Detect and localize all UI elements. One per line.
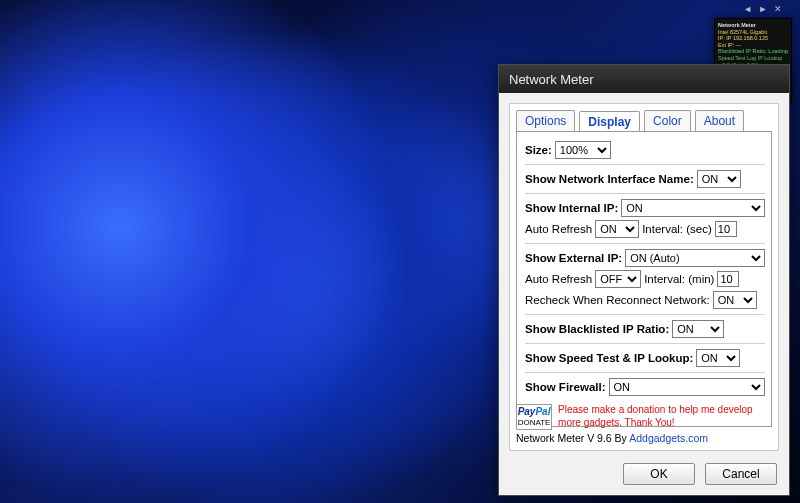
external-interval-label: Interval: (min): [644, 273, 714, 285]
settings-window: Network Meter Options Display Color Abou…: [498, 64, 790, 496]
ok-button[interactable]: OK: [623, 463, 695, 485]
separator: [525, 372, 765, 373]
blacklist-select[interactable]: ON: [672, 320, 724, 338]
footer-area: PayPal DONATE Please make a donation to …: [516, 404, 772, 444]
cancel-button[interactable]: Cancel: [705, 463, 777, 485]
tab-options[interactable]: Options: [516, 110, 575, 131]
blacklist-label: Show Blacklisted IP Ratio:: [525, 323, 669, 335]
size-select[interactable]: 100%: [555, 141, 611, 159]
tab-page: Size: 100% Show Network Interface Name: …: [516, 131, 772, 427]
version-text: Network Meter V 9.6 By: [516, 432, 629, 444]
gadget-title: Network Meter: [718, 22, 788, 29]
content-pane: Options Display Color About Size: 100% S…: [509, 103, 779, 451]
gadget-links: Speed Test Log IP Lookup: [718, 55, 788, 62]
speed-select[interactable]: ON: [696, 349, 740, 367]
external-ip-label: Show External IP:: [525, 252, 622, 264]
titlebar[interactable]: Network Meter: [499, 65, 789, 93]
size-label: Size:: [525, 144, 552, 156]
tab-strip: Options Display Color About: [510, 104, 778, 131]
external-auto-select[interactable]: OFF: [595, 270, 641, 288]
internal-interval-input[interactable]: [715, 221, 737, 237]
internal-auto-label: Auto Refresh: [525, 223, 592, 235]
external-interval-input[interactable]: [717, 271, 739, 287]
external-ip-select[interactable]: ON (Auto): [625, 249, 765, 267]
separator: [525, 164, 765, 165]
tab-color[interactable]: Color: [644, 110, 691, 131]
gadget-int-ip: IP: IP 192.168.0.125: [718, 35, 788, 42]
window-title: Network Meter: [509, 72, 594, 87]
settings-scroll[interactable]: Size: 100% Show Network Interface Name: …: [517, 132, 771, 426]
recheck-label: Recheck When Reconnect Network:: [525, 294, 710, 306]
separator: [525, 314, 765, 315]
desktop-wallpaper: ◄ ► ✕ Network Meter Intel 82574L Gigabit…: [0, 0, 800, 503]
recheck-select[interactable]: ON: [713, 291, 757, 309]
firewall-select[interactable]: ON: [609, 378, 765, 396]
internal-ip-label: Show Internal IP:: [525, 202, 618, 214]
internal-ip-select[interactable]: ON: [621, 199, 765, 217]
tab-about[interactable]: About: [695, 110, 744, 131]
nic-label: Show Network Interface Name:: [525, 173, 694, 185]
gadget-control-arrows[interactable]: ◄ ► ✕: [743, 4, 784, 14]
paypal-caption: DONATE: [518, 418, 551, 427]
external-auto-label: Auto Refresh: [525, 273, 592, 285]
separator: [525, 243, 765, 244]
separator: [525, 193, 765, 194]
addgadgets-link[interactable]: Addgadgets.com: [629, 432, 708, 444]
firewall-label: Show Firewall:: [525, 381, 606, 393]
nic-select[interactable]: ON: [697, 170, 741, 188]
gadget-ext-ip: Ext IP: —: [718, 42, 788, 49]
paypal-donate-button[interactable]: PayPal DONATE: [516, 404, 552, 430]
internal-interval-label: Interval: (sec): [642, 223, 712, 235]
separator: [525, 343, 765, 344]
internal-auto-select[interactable]: ON: [595, 220, 639, 238]
dialog-buttons: OK Cancel: [623, 463, 777, 485]
donate-text: Please make a donation to help me develo…: [558, 404, 772, 429]
speed-label: Show Speed Test & IP Lookup:: [525, 352, 693, 364]
tab-display[interactable]: Display: [579, 111, 640, 132]
gadget-blacklist: Blacklisted IP Ratio: Loading: [718, 48, 788, 55]
gadget-nic: Intel 82574L Gigabit: [718, 29, 788, 36]
